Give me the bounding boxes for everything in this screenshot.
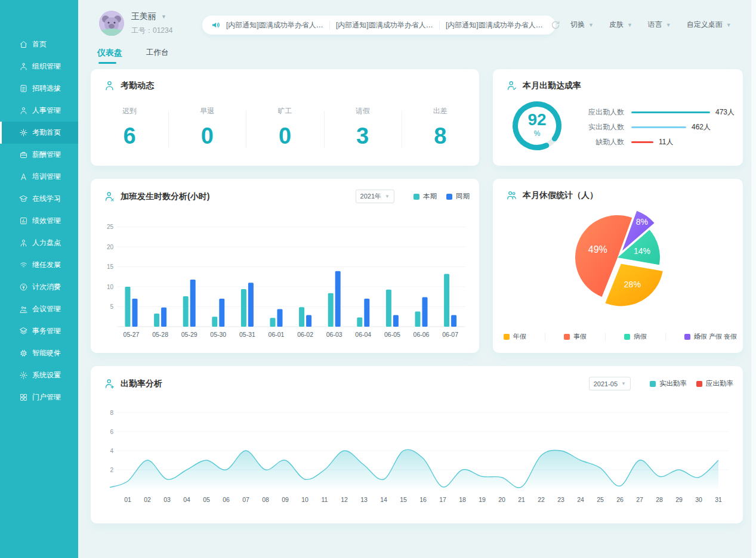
svg-text:05-28: 05-28 <box>152 331 168 338</box>
chevron-down-icon: ▼ <box>588 22 594 28</box>
svg-text:12: 12 <box>341 496 348 503</box>
legend-chip <box>624 334 630 340</box>
user-block[interactable]: 王美丽 ▼ 工号：01234 <box>99 11 172 36</box>
svg-text:03: 03 <box>163 496 171 503</box>
chevron-right-icon: ▸ <box>56 218 59 224</box>
person-flag-icon <box>19 238 28 247</box>
svg-text:28%: 28% <box>624 280 641 289</box>
legend-chip <box>446 194 452 200</box>
org-icon <box>19 62 28 71</box>
refresh-icon[interactable] <box>550 20 561 30</box>
stat-出差: 出差8 <box>402 106 479 147</box>
svg-text:21: 21 <box>518 496 525 503</box>
sidebar-item-succession[interactable]: 继任发展▸ <box>0 254 78 276</box>
svg-text:4: 4 <box>110 448 113 454</box>
notice-item[interactable]: [内部通知]圆满成功举办省人协会员... <box>336 20 433 30</box>
avatar[interactable] <box>99 11 124 36</box>
bar-legend: 本期同期 <box>404 192 470 201</box>
legend-item[interactable]: 婚假 产假 丧假 <box>684 332 737 341</box>
svg-text:05-29: 05-29 <box>181 331 198 338</box>
card-title: 本月出勤达成率 <box>523 80 581 91</box>
sidebar-spacer <box>0 0 78 33</box>
svg-text:30: 30 <box>695 496 702 503</box>
stat-value: 0 <box>246 125 323 147</box>
sidebar-item-performance[interactable]: 绩效管理▸ <box>0 210 78 232</box>
employee-id: 工号：01234 <box>131 26 172 36</box>
sidebar-item-org[interactable]: 组织管理▸ <box>0 55 78 78</box>
svg-text:09: 09 <box>282 496 289 503</box>
svg-text:04: 04 <box>183 496 190 503</box>
card-head: 本月休假统计（人） <box>506 190 733 201</box>
sidebar-item-portal[interactable]: 门户管理▸ <box>0 386 78 408</box>
svg-text:16: 16 <box>419 496 427 503</box>
sidebar-item-online-learning[interactable]: 在线学习▸ <box>0 188 78 210</box>
legend-item[interactable]: 同期 <box>446 192 470 201</box>
sidebar-item-salary[interactable]: 薪酬管理▸ <box>0 144 78 166</box>
coin-icon <box>19 283 28 292</box>
sidebar-nav: 首页组织管理▸招聘选拔▸人事管理▸考勤首页▸薪酬管理▸培训管理▸在线学习▸绩效管… <box>0 33 78 408</box>
notice-item[interactable]: [内部通知]圆满成功举办省人协会员... <box>446 20 543 30</box>
legend-item[interactable]: 年假 <box>504 332 526 341</box>
attendance-rate-card: 本月出勤达成率 92 % 应出勤人数473人实出勤人数462人缺勤人数11人 <box>493 69 743 166</box>
svg-text:2: 2 <box>110 467 113 473</box>
sidebar-item-hr[interactable]: 人事管理▸ <box>0 100 78 122</box>
notice-item[interactable]: [内部通知]圆满成功举办省人协会员... <box>226 20 323 30</box>
grid-icon <box>19 393 28 402</box>
legend-item[interactable]: 应出勤率 <box>696 379 733 388</box>
year-filter-select[interactable]: 2021年 ▼ <box>356 190 394 203</box>
menu-skin[interactable]: 皮肤▼ <box>609 20 632 30</box>
card-head: 考勤动态 <box>104 80 470 91</box>
rate-row: 实出勤人数462人 <box>582 120 735 135</box>
avatar-illustration <box>99 11 124 36</box>
menu-custom-desktop[interactable]: 自定义桌面▼ <box>687 20 732 30</box>
chevron-right-icon: ▸ <box>56 130 59 136</box>
scrollbar-track[interactable] <box>751 0 756 558</box>
legend-item[interactable]: 实出勤率 <box>650 379 687 388</box>
sidebar-item-recruit[interactable]: 招聘选拔▸ <box>0 78 78 100</box>
sidebar-item-settings[interactable]: 系统设置▸ <box>0 364 78 386</box>
layers-icon <box>19 327 28 336</box>
legend-item[interactable]: 本期 <box>414 192 437 201</box>
content-tabs: 仪表盘 工作台 <box>97 48 169 64</box>
menu-label: 皮肤 <box>609 20 624 30</box>
sidebar-item-attendance[interactable]: 考勤首页▸ <box>0 122 78 144</box>
pie-slice[interactable]: 28% <box>605 264 662 306</box>
chevron-right-icon: ▸ <box>56 108 59 114</box>
rate-row-line <box>631 111 710 113</box>
legend-item[interactable]: 事假 <box>564 332 587 341</box>
training-icon <box>19 172 28 181</box>
chip-icon <box>19 349 28 358</box>
person-icon <box>104 80 115 91</box>
gauge-value: 92 <box>510 111 564 128</box>
month-filter-select[interactable]: 2021-05 ▼ <box>589 377 631 390</box>
card-head: 加班发生时数分析(小时) 2021年 ▼ 本期同期 <box>104 190 470 203</box>
gauge-readout: 92 % <box>510 111 564 138</box>
sidebar-item-meeting[interactable]: 会议管理▸ <box>0 298 78 320</box>
sidebar-item-training[interactable]: 培训管理▸ <box>0 166 78 188</box>
stat-label: 出差 <box>402 106 479 116</box>
tab-workbench[interactable]: 工作台 <box>146 48 169 64</box>
rate-row-value: 473人 <box>715 107 735 117</box>
sidebar-item-consumption[interactable]: 计次消费▸ <box>0 276 78 298</box>
svg-text:06-02: 06-02 <box>297 331 313 338</box>
legend-item[interactable]: 病假 <box>624 332 647 341</box>
attendance-icon <box>19 128 28 137</box>
legend-chip <box>414 194 419 200</box>
svg-text:05-30: 05-30 <box>210 331 226 338</box>
tab-dashboard[interactable]: 仪表盘 <box>97 48 122 64</box>
svg-text:05: 05 <box>203 496 210 503</box>
sidebar-item-manpower[interactable]: 人力盘点▸ <box>0 232 78 254</box>
sidebar-item-home[interactable]: 首页 <box>0 33 78 55</box>
menu-switch[interactable]: 切换▼ <box>570 20 594 30</box>
card-title: 加班发生时数分析(小时) <box>121 191 209 202</box>
rate-row: 缺勤人数11人 <box>582 135 735 150</box>
user-name-row[interactable]: 王美丽 ▼ <box>131 11 172 22</box>
stat-旷工: 旷工0 <box>246 106 323 147</box>
menu-language[interactable]: 语言▼ <box>648 20 671 30</box>
svg-text:05-31: 05-31 <box>239 331 255 338</box>
sidebar-item-affairs[interactable]: 事务管理▸ <box>0 320 78 342</box>
sidebar-item-hardware[interactable]: 智能硬件▸ <box>0 342 78 364</box>
person-x-icon <box>104 191 115 202</box>
legend-label: 应出勤率 <box>706 379 733 388</box>
chevron-down-icon: ▼ <box>385 194 390 199</box>
